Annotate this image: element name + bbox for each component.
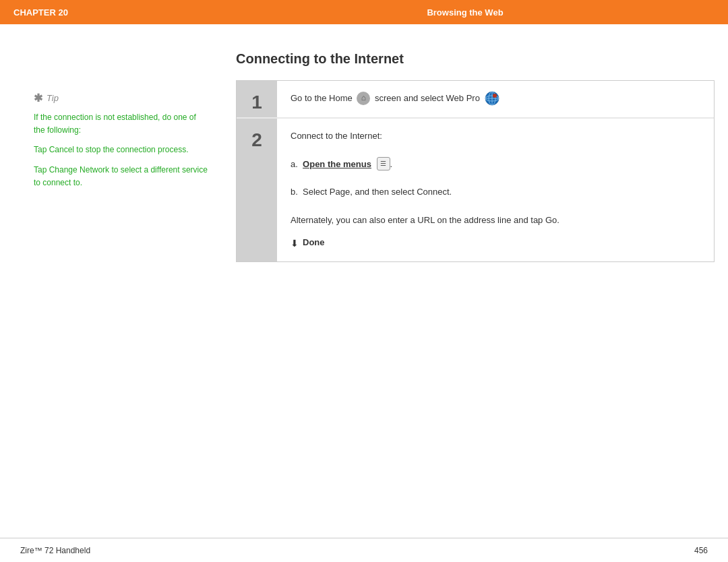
step-2-title: Connect to the Internet: [291, 129, 700, 144]
sidebar-tip: ✱ Tip If the connection is not establish… [13, 51, 222, 262]
step-2-number: 2 [237, 119, 277, 261]
step-1-text-2: screen and select Web Pro [375, 93, 482, 103]
step-1-text: Go to the Home [291, 93, 355, 103]
step-2-sub-a: a. Open the menus . [291, 158, 700, 172]
tip-header: ✱ Tip [34, 92, 209, 104]
home-icon [357, 92, 370, 105]
web-pro-icon [485, 91, 499, 106]
menus-icon [377, 157, 390, 170]
header-bar: CHAPTER 20 Browsing the Web [0, 0, 728, 24]
tip-label: Tip [47, 93, 59, 103]
footer: Zire™ 72 Handheld 456 [0, 538, 728, 562]
open-menus-link[interactable]: Open the menus [303, 159, 371, 169]
tip-paragraph-3: Tap Change Network to select a different… [34, 164, 209, 189]
step-1-row: 1 Go to the Home screen and select Web P… [237, 81, 714, 117]
main-content: ✱ Tip If the connection is not establish… [0, 24, 728, 276]
steps-container: 1 Go to the Home screen and select Web P… [236, 80, 715, 262]
step-2-sub-b: b. Select Page, and then select Connect. [291, 185, 700, 199]
done-row: ⬇ Done [291, 236, 700, 251]
footer-device-name: Zire™ 72 Handheld [20, 546, 90, 555]
step-1-content: Go to the Home screen and select Web Pro [277, 81, 714, 117]
svg-point-5 [493, 94, 497, 98]
step-1-number: 1 [237, 81, 277, 117]
tip-paragraph-2: Tap Cancel to stop the connection proces… [34, 144, 209, 156]
footer-page-number: 456 [694, 546, 708, 555]
step-2-content: Connect to the Internet: a. Open the men… [277, 119, 714, 261]
tip-paragraph-1: If the connection is not established, do… [34, 111, 209, 137]
step-2-alternate: Alternately, you can also enter a URL on… [291, 214, 700, 228]
step-2-row: 2 Connect to the Internet: a. Open the m… [237, 119, 714, 261]
done-text: Done [303, 236, 325, 250]
section-title: Connecting to the Internet [236, 51, 715, 67]
header-section-title: Browsing the Web [216, 7, 715, 18]
tip-asterisk-icon: ✱ [34, 92, 42, 104]
done-arrow-icon: ⬇ [291, 236, 299, 251]
header-chapter: CHAPTER 20 [13, 7, 216, 18]
content-area: Connecting to the Internet 1 Go to the H… [222, 51, 715, 262]
